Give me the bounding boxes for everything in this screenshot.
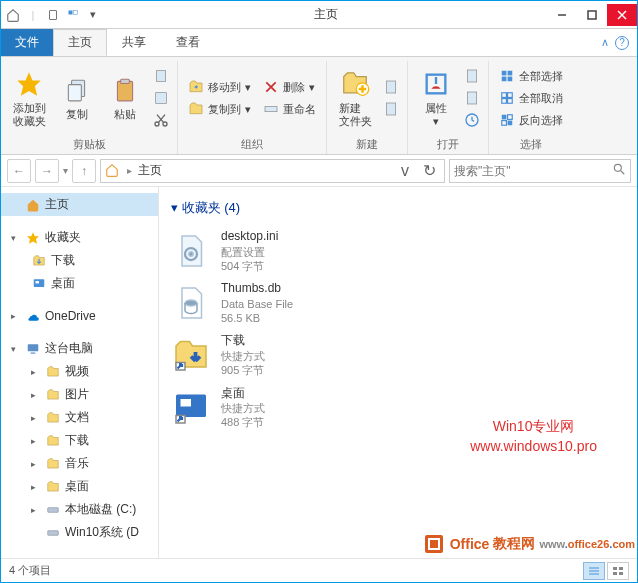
tree-downloads[interactable]: 下载 bbox=[1, 249, 158, 272]
content-pane: ▾ 收藏夹 (4) desktop.ini 配置设置 504 字节 Thumbs… bbox=[159, 187, 637, 558]
edit-icon[interactable] bbox=[462, 88, 482, 108]
tab-view[interactable]: 查看 bbox=[161, 29, 215, 56]
selectnone-label: 全部取消 bbox=[519, 91, 563, 106]
back-button[interactable]: ← bbox=[7, 159, 31, 183]
section-favorites-header[interactable]: ▾ 收藏夹 (4) bbox=[171, 199, 625, 217]
file-item-desktop-shortcut[interactable]: 桌面 快捷方式 488 字节 bbox=[171, 382, 625, 434]
svg-point-53 bbox=[189, 252, 194, 257]
search-input[interactable] bbox=[454, 164, 612, 178]
new-file-icon[interactable] bbox=[45, 7, 61, 23]
quick-access-toolbar: | ▾ bbox=[1, 7, 105, 23]
ribbon: 添加到 收藏夹 复制 粘贴 剪贴板 bbox=[1, 57, 637, 155]
tree-localdisk[interactable]: ▸本地磁盘 (C:) bbox=[1, 498, 158, 521]
tab-file[interactable]: 文件 bbox=[1, 29, 53, 56]
delete-button[interactable]: 删除 ▾ bbox=[259, 77, 320, 97]
tree-home[interactable]: 主页 bbox=[1, 193, 158, 216]
tree-videos[interactable]: ▸视频 bbox=[1, 360, 158, 383]
tree-favorites-label: 收藏夹 bbox=[45, 229, 81, 246]
tree-onedrive[interactable]: ▸OneDrive bbox=[1, 305, 158, 327]
group-organize: 移动到 ▾ 复制到 ▾ 删除 ▾ 重命名 组织 bbox=[178, 61, 327, 154]
tree-documents[interactable]: ▸文档 bbox=[1, 406, 158, 429]
chevron-right-icon[interactable]: ▸ bbox=[127, 165, 132, 176]
new-folder-icon bbox=[339, 68, 371, 100]
tab-share[interactable]: 共享 bbox=[107, 29, 161, 56]
search-box[interactable] bbox=[449, 159, 631, 183]
group-clipboard: 添加到 收藏夹 复制 粘贴 剪贴板 bbox=[1, 61, 178, 154]
onedrive-icon bbox=[25, 308, 41, 324]
tree-favorites[interactable]: ▾收藏夹 bbox=[1, 226, 158, 249]
file-item-downloads-shortcut[interactable]: 下载 快捷方式 905 字节 bbox=[171, 329, 625, 381]
copy-label: 复制 bbox=[66, 108, 88, 121]
group-new: 新建 文件夹 新建 bbox=[327, 61, 408, 154]
rename-button[interactable]: 重命名 bbox=[259, 99, 320, 119]
tree-pictures[interactable]: ▸图片 bbox=[1, 383, 158, 406]
address-dropdown-icon[interactable]: v bbox=[397, 162, 413, 180]
open-icon[interactable] bbox=[462, 66, 482, 86]
minimize-button[interactable] bbox=[547, 4, 577, 26]
properties-qat-icon[interactable] bbox=[65, 7, 81, 23]
close-button[interactable] bbox=[607, 4, 637, 26]
maximize-button[interactable] bbox=[577, 4, 607, 26]
svg-rect-41 bbox=[502, 121, 507, 126]
file-type: 配置设置 bbox=[221, 245, 278, 259]
tab-home[interactable]: 主页 bbox=[53, 29, 107, 56]
qat-dropdown-icon[interactable]: ▾ bbox=[85, 7, 101, 23]
home-icon[interactable] bbox=[5, 7, 21, 23]
moveto-icon bbox=[188, 79, 204, 95]
up-button[interactable]: ↑ bbox=[72, 159, 96, 183]
details-view-button[interactable] bbox=[583, 562, 605, 580]
svg-marker-7 bbox=[17, 72, 40, 95]
tree-thispc[interactable]: ▾这台电脑 bbox=[1, 337, 158, 360]
select-all-button[interactable]: 全部选择 bbox=[495, 66, 567, 86]
svg-rect-50 bbox=[48, 507, 59, 512]
svg-line-17 bbox=[157, 115, 164, 123]
tree-desktop[interactable]: 桌面 bbox=[1, 272, 158, 295]
select-none-button[interactable]: 全部取消 bbox=[495, 88, 567, 108]
file-item-desktop-ini[interactable]: desktop.ini 配置设置 504 字节 bbox=[171, 225, 625, 277]
paste-shortcut-icon[interactable] bbox=[151, 66, 171, 86]
clipboard-group-label: 剪贴板 bbox=[7, 135, 171, 154]
moveto-label: 移动到 bbox=[208, 80, 241, 95]
home-path-icon bbox=[105, 163, 121, 179]
properties-button[interactable]: 属性▾ bbox=[414, 68, 458, 128]
rename-icon bbox=[263, 101, 279, 117]
tree-downloads2[interactable]: ▸下载 bbox=[1, 429, 158, 452]
tree-thispc-label: 这台电脑 bbox=[45, 340, 93, 357]
address-bar[interactable]: ▸ 主页 v ↻ bbox=[100, 159, 445, 183]
invert-selection-button[interactable]: 反向选择 bbox=[495, 110, 567, 130]
move-to-button[interactable]: 移动到 ▾ bbox=[184, 77, 255, 97]
forward-button[interactable]: → bbox=[35, 159, 59, 183]
new-item-icon[interactable] bbox=[381, 77, 401, 97]
documents-icon bbox=[45, 410, 61, 426]
easy-access-icon[interactable] bbox=[381, 99, 401, 119]
svg-rect-48 bbox=[28, 344, 39, 351]
tree-desktop2[interactable]: ▸桌面 bbox=[1, 475, 158, 498]
history-icon[interactable] bbox=[462, 110, 482, 130]
ribbon-tabs: 文件 主页 共享 查看 ∧ ? bbox=[1, 29, 637, 57]
star-icon bbox=[13, 68, 45, 100]
address-text: 主页 bbox=[138, 162, 391, 179]
svg-rect-32 bbox=[508, 71, 513, 76]
search-icon[interactable] bbox=[612, 162, 626, 180]
copy-button[interactable]: 复制 bbox=[55, 74, 99, 121]
recent-locations-dropdown[interactable]: ▾ bbox=[63, 165, 68, 176]
icons-view-button[interactable] bbox=[607, 562, 629, 580]
collapse-ribbon-icon[interactable]: ∧ bbox=[601, 36, 609, 49]
refresh-icon[interactable]: ↻ bbox=[419, 161, 440, 180]
pictures-icon bbox=[45, 387, 61, 403]
tree-music[interactable]: ▸音乐 bbox=[1, 452, 158, 475]
tree-videos-label: 视频 bbox=[65, 363, 89, 380]
new-folder-button[interactable]: 新建 文件夹 bbox=[333, 68, 377, 128]
cut-icon[interactable] bbox=[151, 110, 171, 130]
help-icon[interactable]: ? bbox=[615, 36, 629, 50]
svg-rect-9 bbox=[68, 85, 81, 101]
tree-downloads-label: 下载 bbox=[51, 252, 75, 269]
file-item-thumbs-db[interactable]: Thumbs.db Data Base File 56.5 KB bbox=[171, 277, 625, 329]
tree-win10fs[interactable]: Win10系统 (D bbox=[1, 521, 158, 544]
downloads-icon bbox=[45, 433, 61, 449]
add-to-favorites-button[interactable]: 添加到 收藏夹 bbox=[7, 68, 51, 128]
paste-button[interactable]: 粘贴 bbox=[103, 74, 147, 121]
copy-path-icon[interactable] bbox=[151, 88, 171, 108]
svg-line-16 bbox=[158, 115, 165, 123]
copy-to-button[interactable]: 复制到 ▾ bbox=[184, 99, 255, 119]
